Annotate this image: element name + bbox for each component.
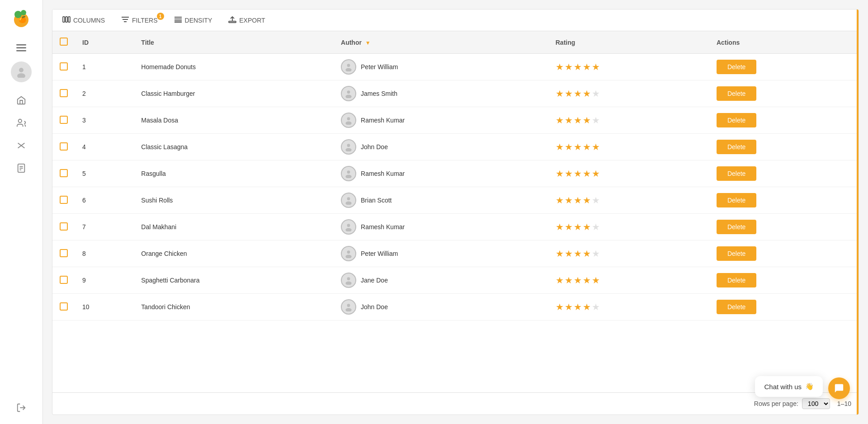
- star-icon: ★: [565, 88, 573, 99]
- header-author: Author ▼: [334, 31, 548, 54]
- logo: 🍊: [10, 7, 33, 30]
- svg-point-9: [19, 119, 22, 122]
- row-checkbox[interactable]: [60, 196, 68, 204]
- star-icon: ★: [592, 221, 600, 232]
- star-icon: ★: [556, 248, 564, 259]
- svg-point-46: [345, 282, 351, 285]
- sidebar-item-tools[interactable]: [12, 137, 30, 155]
- star-icon: ★: [556, 88, 564, 99]
- header-rating: Rating: [548, 31, 709, 54]
- star-icon: ★: [583, 61, 591, 72]
- delete-button[interactable]: Delete: [717, 300, 756, 314]
- export-button[interactable]: EXPORT: [226, 14, 268, 26]
- delete-button[interactable]: Delete: [717, 220, 756, 234]
- delete-button[interactable]: Delete: [717, 86, 756, 101]
- sidebar-item-reports[interactable]: [12, 159, 30, 177]
- svg-rect-18: [66, 17, 67, 22]
- author-avatar: [341, 166, 356, 181]
- author-name: Ramesh Kumar: [361, 223, 405, 231]
- svg-point-48: [345, 308, 351, 312]
- sidebar-item-users[interactable]: [12, 114, 30, 132]
- svg-rect-6: [16, 50, 26, 52]
- chat-button[interactable]: [828, 377, 850, 399]
- row-checkbox[interactable]: [60, 276, 68, 284]
- cell-title: Rasgulla: [134, 160, 334, 187]
- density-button[interactable]: DENSITY: [171, 14, 215, 26]
- density-icon: [174, 16, 182, 24]
- row-checkbox[interactable]: [60, 62, 68, 71]
- table-body: 1Homemade DonutsPeter William★★★★★Delete…: [52, 54, 859, 320]
- cell-rating: ★★★★★: [548, 240, 709, 267]
- header-actions: Actions: [709, 31, 859, 54]
- cell-id: 8: [75, 240, 134, 267]
- author-name: Ramesh Kumar: [361, 117, 405, 124]
- cell-title: Classic Lasagna: [134, 134, 334, 160]
- star-icon: ★: [565, 61, 573, 72]
- star-icon: ★: [574, 248, 582, 259]
- logout-icon[interactable]: [12, 399, 30, 417]
- star-icon: ★: [574, 221, 582, 232]
- svg-point-40: [345, 202, 351, 205]
- author-avatar: [341, 219, 356, 235]
- svg-point-37: [347, 170, 350, 174]
- delete-button[interactable]: Delete: [717, 140, 756, 154]
- cell-title: Masala Dosa: [134, 107, 334, 134]
- columns-button[interactable]: COLUMNS: [60, 14, 108, 26]
- cell-id: 9: [75, 267, 134, 294]
- cell-author: Peter William: [334, 54, 548, 80]
- star-icon: ★: [592, 195, 600, 206]
- table-wrapper: ID Title Author ▼ Rating Actions 1Homema…: [52, 31, 859, 392]
- cell-author: John Doe: [334, 294, 548, 320]
- delete-button[interactable]: Delete: [717, 113, 756, 127]
- star-icon: ★: [574, 195, 582, 206]
- row-checkbox[interactable]: [60, 116, 68, 124]
- delete-button[interactable]: Delete: [717, 166, 756, 181]
- export-label: EXPORT: [239, 17, 265, 24]
- author-avatar: [341, 113, 356, 128]
- rows-per-page-label: Rows per page:: [754, 400, 798, 407]
- chat-widget[interactable]: Chat with us 👋: [755, 376, 823, 397]
- row-checkbox[interactable]: [60, 222, 68, 231]
- row-checkbox[interactable]: [60, 169, 68, 177]
- author-name: Ramesh Kumar: [361, 170, 405, 177]
- svg-point-2: [21, 10, 26, 15]
- svg-rect-4: [16, 44, 26, 46]
- delete-button[interactable]: Delete: [717, 60, 756, 74]
- delete-button[interactable]: Delete: [717, 273, 756, 287]
- rows-per-page-select[interactable]: 100 25 50: [802, 398, 830, 409]
- filters-badge: 1: [157, 13, 164, 20]
- delete-button[interactable]: Delete: [717, 193, 756, 207]
- user-avatar[interactable]: [11, 61, 32, 82]
- table-row: 3Masala DosaRamesh Kumar★★★★★Delete: [52, 107, 859, 134]
- svg-point-36: [345, 148, 351, 152]
- svg-point-47: [347, 304, 350, 307]
- cell-author: Jane Doe: [334, 267, 548, 294]
- cell-rating: ★★★★★: [548, 187, 709, 214]
- star-icon: ★: [565, 248, 573, 259]
- sidebar-item-home[interactable]: [12, 91, 30, 109]
- row-checkbox[interactable]: [60, 302, 68, 311]
- sidebar-bottom: [12, 399, 30, 417]
- cell-author: Ramesh Kumar: [334, 160, 548, 187]
- header-checkbox[interactable]: [60, 38, 68, 46]
- svg-rect-19: [68, 17, 70, 22]
- delete-button[interactable]: Delete: [717, 246, 756, 261]
- filters-button[interactable]: FILTERS 1: [118, 14, 160, 26]
- row-checkbox[interactable]: [60, 89, 68, 97]
- cell-actions: Delete: [709, 54, 859, 80]
- svg-point-43: [347, 250, 350, 254]
- star-icon: ★: [565, 275, 573, 286]
- header-id: ID: [75, 31, 134, 54]
- svg-rect-5: [16, 47, 26, 49]
- row-checkbox[interactable]: [60, 142, 68, 151]
- star-icon: ★: [583, 275, 591, 286]
- author-avatar: [341, 59, 356, 75]
- cell-author: Peter William: [334, 240, 548, 267]
- cell-actions: Delete: [709, 267, 859, 294]
- star-icon: ★: [592, 248, 600, 259]
- row-checkbox[interactable]: [60, 249, 68, 257]
- menu-icon[interactable]: [12, 39, 30, 57]
- star-icon: ★: [556, 275, 564, 286]
- table-row: 10Tandoori ChickenJohn Doe★★★★★Delete: [52, 294, 859, 320]
- star-icon: ★: [565, 195, 573, 206]
